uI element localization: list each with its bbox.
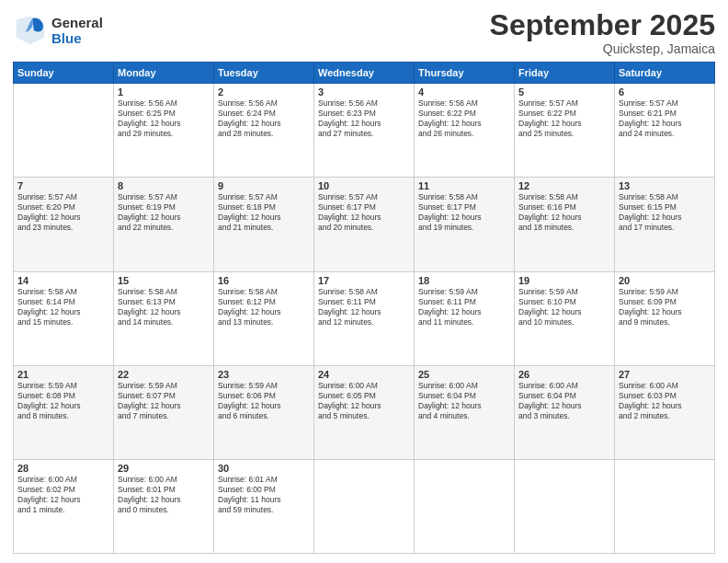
day-number: 8 <box>118 180 210 191</box>
calendar-cell: 9Sunrise: 5:57 AM Sunset: 6:18 PM Daylig… <box>214 178 314 271</box>
day-info: Sunrise: 5:57 AM Sunset: 6:18 PM Dayligh… <box>218 192 310 233</box>
day-info: Sunrise: 5:56 AM Sunset: 6:25 PM Dayligh… <box>118 98 210 139</box>
calendar-week-4: 28Sunrise: 6:00 AM Sunset: 6:02 PM Dayli… <box>14 459 715 553</box>
logo-blue: Blue <box>51 30 103 46</box>
calendar-cell: 5Sunrise: 5:57 AM Sunset: 6:22 PM Daylig… <box>515 84 615 178</box>
calendar-cell: 19Sunrise: 5:59 AM Sunset: 6:10 PM Dayli… <box>515 271 615 365</box>
day-info: Sunrise: 5:58 AM Sunset: 6:12 PM Dayligh… <box>218 287 310 327</box>
day-info: Sunrise: 6:00 AM Sunset: 6:05 PM Dayligh… <box>318 381 410 421</box>
calendar-cell: 17Sunrise: 5:58 AM Sunset: 6:11 PM Dayli… <box>314 271 415 365</box>
calendar-cell: 13Sunrise: 5:58 AM Sunset: 6:15 PM Dayli… <box>615 178 715 271</box>
day-info: Sunrise: 5:59 AM Sunset: 6:06 PM Dayligh… <box>218 381 310 421</box>
calendar-cell: 15Sunrise: 5:58 AM Sunset: 6:13 PM Dayli… <box>114 271 214 365</box>
day-number: 15 <box>118 275 210 286</box>
day-number: 9 <box>218 180 310 191</box>
header-row: Sunday Monday Tuesday Wednesday Thursday… <box>14 63 715 84</box>
day-info: Sunrise: 5:58 AM Sunset: 6:17 PM Dayligh… <box>418 192 510 233</box>
day-number: 26 <box>518 369 610 380</box>
day-number: 24 <box>318 369 410 380</box>
day-info: Sunrise: 5:58 AM Sunset: 6:15 PM Dayligh… <box>619 192 711 233</box>
day-info: Sunrise: 5:58 AM Sunset: 6:13 PM Dayligh… <box>118 287 210 327</box>
calendar-body: 1Sunrise: 5:56 AM Sunset: 6:25 PM Daylig… <box>14 84 715 554</box>
col-sunday: Sunday <box>14 63 114 84</box>
day-number: 28 <box>17 463 109 474</box>
calendar-week-2: 14Sunrise: 5:58 AM Sunset: 6:14 PM Dayli… <box>14 271 715 365</box>
day-info: Sunrise: 6:00 AM Sunset: 6:03 PM Dayligh… <box>619 381 711 421</box>
calendar-cell <box>415 459 515 553</box>
day-info: Sunrise: 5:59 AM Sunset: 6:09 PM Dayligh… <box>619 287 711 327</box>
day-number: 14 <box>17 275 109 286</box>
calendar-cell: 27Sunrise: 6:00 AM Sunset: 6:03 PM Dayli… <box>615 365 715 459</box>
calendar-cell <box>314 459 415 553</box>
calendar-cell: 23Sunrise: 5:59 AM Sunset: 6:06 PM Dayli… <box>214 365 314 459</box>
calendar-cell <box>615 459 715 553</box>
logo-general: General <box>51 15 103 30</box>
day-info: Sunrise: 5:59 AM Sunset: 6:08 PM Dayligh… <box>17 381 109 421</box>
col-wednesday: Wednesday <box>314 63 415 84</box>
day-number: 3 <box>318 86 410 98</box>
col-monday: Monday <box>114 63 214 84</box>
calendar-cell: 28Sunrise: 6:00 AM Sunset: 6:02 PM Dayli… <box>14 459 114 553</box>
calendar-week-3: 21Sunrise: 5:59 AM Sunset: 6:08 PM Dayli… <box>14 365 715 459</box>
calendar-cell: 11Sunrise: 5:58 AM Sunset: 6:17 PM Dayli… <box>415 178 515 271</box>
subtitle: Quickstep, Jamaica <box>490 41 715 56</box>
day-info: Sunrise: 5:57 AM Sunset: 6:19 PM Dayligh… <box>118 192 210 233</box>
calendar-cell: 20Sunrise: 5:59 AM Sunset: 6:09 PM Dayli… <box>615 271 715 365</box>
day-number: 6 <box>619 86 711 98</box>
day-number: 20 <box>619 275 711 286</box>
day-info: Sunrise: 6:00 AM Sunset: 6:04 PM Dayligh… <box>418 381 510 421</box>
day-info: Sunrise: 6:00 AM Sunset: 6:01 PM Dayligh… <box>118 475 210 515</box>
day-number: 10 <box>318 180 410 191</box>
day-info: Sunrise: 5:58 AM Sunset: 6:16 PM Dayligh… <box>518 192 610 233</box>
day-info: Sunrise: 5:56 AM Sunset: 6:22 PM Dayligh… <box>418 98 510 139</box>
day-info: Sunrise: 5:59 AM Sunset: 6:10 PM Dayligh… <box>518 287 610 327</box>
logo: General Blue <box>13 13 103 48</box>
day-number: 12 <box>518 180 610 191</box>
day-info: Sunrise: 5:58 AM Sunset: 6:11 PM Dayligh… <box>318 287 410 327</box>
day-number: 11 <box>418 180 510 191</box>
day-info: Sunrise: 5:57 AM Sunset: 6:21 PM Dayligh… <box>619 98 711 139</box>
calendar-cell: 14Sunrise: 5:58 AM Sunset: 6:14 PM Dayli… <box>14 271 114 365</box>
day-number: 30 <box>218 463 310 474</box>
col-thursday: Thursday <box>415 63 515 84</box>
calendar-cell: 29Sunrise: 6:00 AM Sunset: 6:01 PM Dayli… <box>114 459 214 553</box>
month-title: September 2025 <box>490 9 715 41</box>
title-section: September 2025 Quickstep, Jamaica <box>490 9 715 56</box>
col-friday: Friday <box>515 63 615 84</box>
calendar-cell: 22Sunrise: 5:59 AM Sunset: 6:07 PM Dayli… <box>114 365 214 459</box>
day-number: 13 <box>619 180 711 191</box>
calendar-cell <box>14 84 114 178</box>
day-number: 7 <box>17 180 109 191</box>
calendar-cell: 2Sunrise: 5:56 AM Sunset: 6:24 PM Daylig… <box>214 84 314 178</box>
col-saturday: Saturday <box>615 63 715 84</box>
day-number: 22 <box>118 369 210 380</box>
calendar-cell: 8Sunrise: 5:57 AM Sunset: 6:19 PM Daylig… <box>114 178 214 271</box>
day-info: Sunrise: 5:57 AM Sunset: 6:22 PM Dayligh… <box>518 98 610 139</box>
calendar-cell: 21Sunrise: 5:59 AM Sunset: 6:08 PM Dayli… <box>14 365 114 459</box>
day-info: Sunrise: 6:00 AM Sunset: 6:04 PM Dayligh… <box>518 381 610 421</box>
calendar-table: Sunday Monday Tuesday Wednesday Thursday… <box>13 62 715 554</box>
day-number: 25 <box>418 369 510 380</box>
day-number: 16 <box>218 275 310 286</box>
calendar-cell: 1Sunrise: 5:56 AM Sunset: 6:25 PM Daylig… <box>114 84 214 178</box>
day-number: 5 <box>518 86 610 98</box>
calendar-week-0: 1Sunrise: 5:56 AM Sunset: 6:25 PM Daylig… <box>14 84 715 178</box>
calendar-cell: 30Sunrise: 6:01 AM Sunset: 6:00 PM Dayli… <box>214 459 314 553</box>
day-info: Sunrise: 5:56 AM Sunset: 6:23 PM Dayligh… <box>318 98 410 139</box>
calendar-week-1: 7Sunrise: 5:57 AM Sunset: 6:20 PM Daylig… <box>14 178 715 271</box>
calendar-cell <box>515 459 615 553</box>
day-info: Sunrise: 5:57 AM Sunset: 6:17 PM Dayligh… <box>318 192 410 233</box>
day-number: 19 <box>518 275 610 286</box>
calendar-cell: 18Sunrise: 5:59 AM Sunset: 6:11 PM Dayli… <box>415 271 515 365</box>
day-number: 4 <box>418 86 510 98</box>
calendar-cell: 24Sunrise: 6:00 AM Sunset: 6:05 PM Dayli… <box>314 365 415 459</box>
day-number: 17 <box>318 275 410 286</box>
calendar-cell: 4Sunrise: 5:56 AM Sunset: 6:22 PM Daylig… <box>415 84 515 178</box>
calendar-cell: 16Sunrise: 5:58 AM Sunset: 6:12 PM Dayli… <box>214 271 314 365</box>
day-number: 27 <box>619 369 711 380</box>
calendar-cell: 7Sunrise: 5:57 AM Sunset: 6:20 PM Daylig… <box>14 178 114 271</box>
calendar-cell: 26Sunrise: 6:00 AM Sunset: 6:04 PM Dayli… <box>515 365 615 459</box>
calendar-cell: 10Sunrise: 5:57 AM Sunset: 6:17 PM Dayli… <box>314 178 415 271</box>
day-number: 18 <box>418 275 510 286</box>
day-number: 2 <box>218 86 310 98</box>
